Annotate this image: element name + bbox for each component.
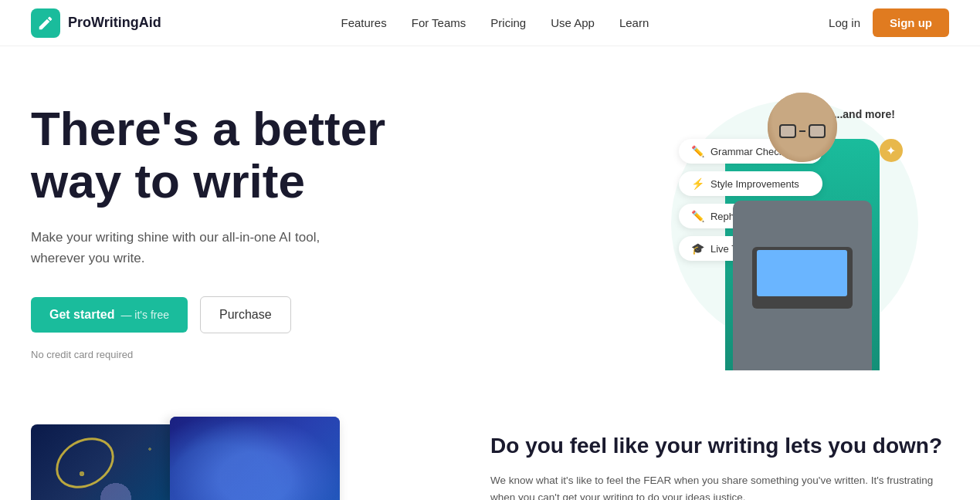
style-label: Style Improvements bbox=[710, 178, 799, 190]
training-icon: 🎓 bbox=[691, 242, 704, 255]
nav-features[interactable]: Features bbox=[341, 16, 387, 29]
nav-for-teams[interactable]: For Teams bbox=[412, 16, 466, 29]
grammar-icon: ✏️ bbox=[691, 145, 704, 157]
person-face bbox=[768, 93, 837, 162]
get-started-button[interactable]: Get started — it's free bbox=[31, 297, 188, 333]
star-badge: ✦ bbox=[880, 139, 903, 162]
get-started-label: Get started bbox=[49, 308, 114, 322]
second-visual: My idea in my head bbox=[31, 417, 444, 500]
person-head bbox=[768, 93, 837, 162]
logo[interactable]: ProWritingAid bbox=[31, 8, 161, 38]
rephrase-icon: ✏️ bbox=[691, 210, 704, 222]
hero-title: There's a better way to write bbox=[31, 103, 536, 208]
free-label: — it's free bbox=[120, 309, 169, 321]
abstract-blue-image bbox=[170, 417, 340, 500]
hero-buttons: Get started — it's free Purchase bbox=[31, 296, 536, 333]
hero-content: There's a better way to write Make your … bbox=[31, 103, 536, 360]
brand-name: ProWritingAid bbox=[68, 15, 161, 31]
second-description: We know what it's like to feel the FEAR … bbox=[490, 472, 949, 500]
second-title: Do you feel like your writing lets you d… bbox=[490, 432, 949, 460]
glass-right bbox=[809, 124, 826, 138]
glass-left bbox=[779, 124, 796, 138]
second-content: Do you feel like your writing lets you d… bbox=[490, 417, 949, 500]
glasses bbox=[779, 124, 826, 138]
hero-person: ✦ ✏️ Grammar Checking ⚡ Style Improvemen… bbox=[702, 93, 903, 370]
nav-actions: Log in Sign up bbox=[829, 8, 949, 37]
login-button[interactable]: Log in bbox=[829, 16, 860, 29]
nav-pricing[interactable]: Pricing bbox=[490, 16, 526, 29]
blue-abstract-bg bbox=[170, 417, 340, 500]
nav-links: Features For Teams Pricing Use App Learn bbox=[341, 16, 649, 30]
signup-button[interactable]: Sign up bbox=[873, 8, 949, 37]
nav-learn[interactable]: Learn bbox=[619, 16, 649, 29]
image-stack: My idea in my head bbox=[31, 417, 309, 500]
hero-section: There's a better way to write Make your … bbox=[0, 46, 980, 401]
purchase-button[interactable]: Purchase bbox=[200, 296, 291, 333]
laptop-screen bbox=[757, 250, 847, 296]
style-icon: ⚡ bbox=[691, 177, 704, 190]
second-title-text: Do you feel like your writing lets you d… bbox=[490, 434, 942, 458]
hero-visual: ✦ ✏️ Grammar Checking ⚡ Style Improvemen… bbox=[536, 93, 949, 370]
navbar: ProWritingAid Features For Teams Pricing… bbox=[0, 0, 980, 46]
laptop bbox=[752, 247, 853, 309]
nav-use-app[interactable]: Use App bbox=[551, 16, 595, 29]
pill-style: ⚡ Style Improvements bbox=[679, 171, 822, 196]
more-label: ...and more! bbox=[834, 108, 895, 120]
glass-bridge bbox=[799, 130, 805, 132]
logo-icon bbox=[31, 8, 60, 38]
second-section: My idea in my head Do you feel like your… bbox=[0, 401, 980, 500]
hero-subtitle: Make your writing shine with our all-in-… bbox=[31, 227, 355, 269]
no-credit-text: No credit card required bbox=[31, 349, 536, 360]
